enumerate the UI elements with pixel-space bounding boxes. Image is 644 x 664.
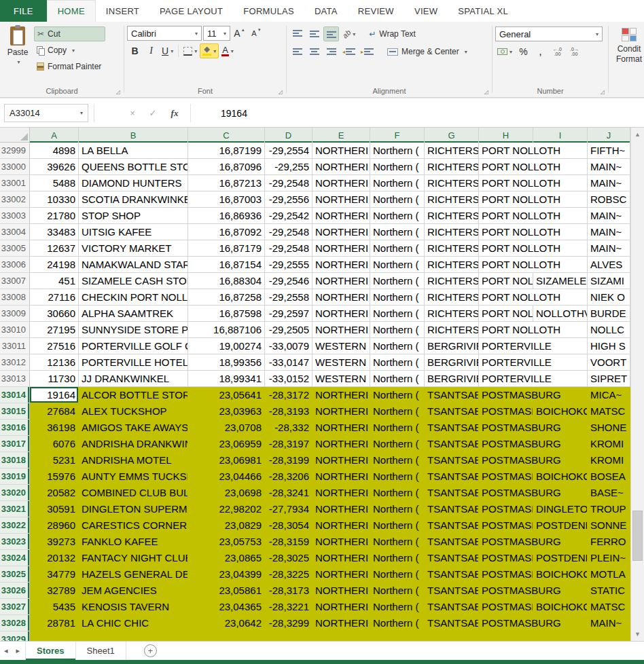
cell-B33027[interactable]: KENOSIS TAVERN (79, 599, 188, 615)
cell-C33009[interactable]: 16,87598 (188, 306, 265, 322)
row-header-33016[interactable]: 33016 (0, 420, 30, 436)
increase-indent-button[interactable]: ▸ (359, 44, 376, 59)
cell-D33005[interactable]: -29,2548 (265, 240, 312, 257)
cell-A33018[interactable]: 5231 (30, 452, 79, 468)
ribbon-tab-review[interactable]: REVIEW (348, 0, 404, 22)
cell-H33005[interactable]: PORT NOLLOTH (479, 240, 533, 257)
cell-F33023[interactable]: Northern ( (370, 534, 425, 550)
cell-E33005[interactable]: NORTHERI (312, 240, 370, 257)
cell-B33015[interactable]: ALEX TUCKSHOP (79, 403, 188, 420)
cell-J33025[interactable]: MOTLA (588, 566, 630, 583)
row-header-33028[interactable]: 33028 (0, 615, 30, 631)
cell-A33004[interactable]: 33483 (30, 224, 79, 240)
font-name-select[interactable]: Calibri ▾ (127, 26, 202, 41)
row-header-33009[interactable]: 33009 (0, 306, 30, 322)
cell-D33010[interactable]: -29,2505 (265, 322, 312, 338)
cell-G33017[interactable]: TSANTSAB (425, 436, 479, 452)
cell-E33015[interactable]: NORTHERI (312, 403, 370, 420)
cell-A33029[interactable] (30, 631, 79, 641)
row-header-32999[interactable]: 32999 (0, 143, 30, 159)
cell-H33025[interactable]: POSTMASE (479, 566, 533, 583)
cell-E33012[interactable]: WESTERN (312, 354, 370, 371)
cell-C33027[interactable]: 23,04365 (188, 599, 265, 615)
cell-B33029[interactable] (79, 631, 188, 641)
cell-D33024[interactable]: -28,3025 (265, 550, 312, 566)
cell-A33025[interactable]: 34779 (30, 566, 79, 583)
cell-D33013[interactable]: -33,0152 (265, 371, 312, 387)
cell-H33021[interactable]: POSTMASE (479, 501, 533, 517)
cell-G33028[interactable]: TSANTSAB (425, 615, 479, 631)
cell-B33011[interactable]: PORTERVILLE GOLF CLU (79, 338, 188, 354)
cell-D33018[interactable]: -28,3199 (265, 452, 312, 468)
cell-E33025[interactable]: NORTHERI (312, 566, 370, 583)
row-header-33000[interactable]: 33000 (0, 159, 30, 175)
cell-J33011[interactable]: HIGH S (588, 338, 630, 354)
cell-G32999[interactable]: RICHTERSV (425, 143, 479, 159)
cell-B33010[interactable]: SUNNYSIDE STORE POR (79, 322, 188, 338)
cell-D33006[interactable]: -29,2555 (265, 257, 312, 273)
column-header-F[interactable]: F (370, 128, 425, 143)
bold-button[interactable]: B (127, 43, 143, 58)
cell-E33014[interactable]: NORTHERI (312, 387, 370, 403)
cell-B33016[interactable]: AMIGOS TAKE AWAYS (79, 420, 188, 436)
cell-G33012[interactable]: BERGRIVIE (425, 354, 479, 371)
cell-A33003[interactable]: 21780 (30, 208, 79, 224)
copy-button[interactable]: Copy ▾ (34, 43, 105, 58)
align-center-button[interactable] (306, 44, 322, 59)
cell-H33014[interactable]: POSTMASBURG (479, 387, 533, 403)
cell-C33008[interactable]: 16,87258 (188, 289, 265, 306)
cell-F33004[interactable]: Northern ( (370, 224, 425, 240)
column-header-B[interactable]: B (79, 128, 188, 143)
row-header-33020[interactable]: 33020 (0, 485, 30, 501)
cell-A33024[interactable]: 20132 (30, 550, 79, 566)
cell-F33020[interactable]: Northern ( (370, 485, 425, 501)
cell-A33001[interactable]: 5488 (30, 175, 79, 191)
row-header-33019[interactable]: 33019 (0, 468, 30, 485)
cell-J33023[interactable]: FERRO (588, 534, 630, 550)
ribbon-tab-view[interactable]: VIEW (404, 0, 448, 22)
cell-G33018[interactable]: TSANTSAB (425, 452, 479, 468)
cell-B33006[interactable]: NAMAKWALAND STAR (79, 257, 188, 273)
cell-A33008[interactable]: 27116 (30, 289, 79, 306)
cell-F33005[interactable]: Northern ( (370, 240, 425, 257)
cell-F33012[interactable]: Northern ( (370, 354, 425, 371)
cell-G33019[interactable]: TSANTSAB (425, 468, 479, 485)
cell-E33009[interactable]: NORTHERI (312, 306, 370, 322)
cell-E33013[interactable]: WESTERN (312, 371, 370, 387)
cell-F33011[interactable]: Northern ( (370, 338, 425, 354)
grow-font-button[interactable]: A ▲ (232, 26, 247, 41)
cell-H33022[interactable]: POSTMASE (479, 517, 533, 534)
cell-D32999[interactable]: -29,2554 (265, 143, 312, 159)
cell-D33016[interactable]: -28,332 (265, 420, 312, 436)
cell-F33007[interactable]: Northern ( (370, 273, 425, 289)
cell-G33003[interactable]: RICHTERSV (425, 208, 479, 224)
cell-C33023[interactable]: 23,05753 (188, 534, 265, 550)
align-right-button[interactable] (323, 44, 339, 59)
cell-B33017[interactable]: ANDRISHA DRANKWINK (79, 436, 188, 452)
cell-C33014[interactable]: 23,05641 (188, 387, 265, 403)
cell-E33023[interactable]: NORTHERI (312, 534, 370, 550)
cell-F33021[interactable]: Northern ( (370, 501, 425, 517)
column-header-J[interactable]: J (588, 128, 630, 143)
column-header-H[interactable]: H (479, 128, 533, 143)
cell-H33002[interactable]: PORT NOLLOTH (479, 191, 533, 208)
row-header-33022[interactable]: 33022 (0, 517, 30, 534)
cell-B33020[interactable]: COMBINED CLUB BULK (79, 485, 188, 501)
increase-decimal-button[interactable]: ←.0.00 (550, 44, 565, 59)
insert-function-icon[interactable]: fx (166, 104, 183, 122)
row-header-33006[interactable]: 33006 (0, 257, 30, 273)
cell-F33024[interactable]: Northern ( (370, 550, 425, 566)
cell-A33019[interactable]: 15976 (30, 468, 79, 485)
cell-J33003[interactable]: MAIN~ (588, 208, 630, 224)
cell-B33024[interactable]: FANTACY NIGHT CLUB (79, 550, 188, 566)
cell-D33011[interactable]: -33,0079 (265, 338, 312, 354)
cell-F33008[interactable]: Northern ( (370, 289, 425, 306)
formula-input[interactable]: 19164 (221, 104, 247, 122)
cell-H33009[interactable]: PORT NOL (479, 306, 533, 322)
cell-I33022[interactable]: POSTDENE (533, 517, 588, 534)
sheet-tab-stores[interactable]: Stores (25, 642, 75, 660)
cell-D33001[interactable]: -29,2548 (265, 175, 312, 191)
cell-E33008[interactable]: NORTHERI (312, 289, 370, 306)
cell-F33029[interactable] (370, 631, 425, 641)
select-all-button[interactable] (0, 128, 30, 143)
